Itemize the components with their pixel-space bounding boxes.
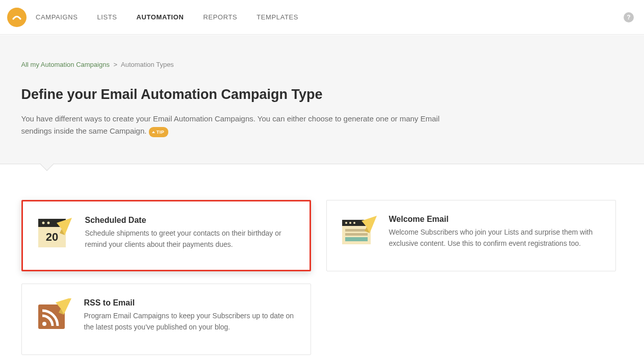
card-rss-to-email[interactable]: RSS to Email Program Email Campaigns to … <box>21 284 311 355</box>
tip-button[interactable]: TIP <box>149 127 169 137</box>
nav-reports[interactable]: REPORTS <box>203 13 237 21</box>
nav-automation[interactable]: AUTOMATION <box>137 13 184 21</box>
help-icon[interactable]: ? <box>624 12 634 22</box>
chevron-up-icon <box>152 131 155 133</box>
svg-point-9 <box>349 222 351 224</box>
page-description: You have different ways to create your E… <box>21 113 445 137</box>
breadcrumb-current: Automation Types <box>121 61 174 68</box>
hero-section: All my Automation Campaigns > Automation… <box>0 35 644 164</box>
logo-icon <box>11 12 22 23</box>
svg-rect-14 <box>345 237 368 241</box>
card-scheduled-date[interactable]: 20 Scheduled Date Schedule shipments to … <box>21 200 311 271</box>
browser-plane-icon <box>339 215 378 257</box>
svg-rect-13 <box>345 233 368 236</box>
breadcrumb-separator: > <box>114 61 118 68</box>
svg-point-10 <box>353 222 355 224</box>
cards-section: 20 Scheduled Date Schedule shipments to … <box>21 164 623 355</box>
svg-point-18 <box>42 322 46 326</box>
svg-point-1 <box>42 222 44 224</box>
card-description: Program Email Campaigns to keep your Sub… <box>84 311 297 333</box>
nav-lists[interactable]: LISTS <box>97 13 117 21</box>
card-title: RSS to Email <box>84 298 297 308</box>
svg-rect-12 <box>345 229 368 232</box>
app-logo[interactable] <box>7 8 27 27</box>
nav-templates[interactable]: TEMPLATES <box>256 13 298 21</box>
rss-plane-icon <box>34 298 73 340</box>
nav-links: CAMPAIGNS LISTS AUTOMATION REPORTS TEMPL… <box>36 13 298 21</box>
card-description: Schedule shipments to greet your contact… <box>85 228 296 250</box>
breadcrumb-link[interactable]: All my Automation Campaigns <box>21 61 110 68</box>
svg-text:20: 20 <box>45 231 58 243</box>
calendar-plane-icon: 20 <box>35 216 74 256</box>
page-title: Define your Email Automation Campaign Ty… <box>21 87 623 103</box>
card-title: Welcome Email <box>389 215 602 224</box>
card-title: Scheduled Date <box>85 216 296 225</box>
tip-label: TIP <box>157 129 165 136</box>
svg-point-8 <box>345 222 347 224</box>
svg-point-2 <box>47 222 49 224</box>
top-nav: CAMPAIGNS LISTS AUTOMATION REPORTS TEMPL… <box>0 0 644 35</box>
nav-campaigns[interactable]: CAMPAIGNS <box>36 13 78 21</box>
page-description-text: You have different ways to create your E… <box>21 114 440 135</box>
card-welcome-email[interactable]: Welcome Email Welcome Subscribers who jo… <box>326 200 616 271</box>
breadcrumb: All my Automation Campaigns > Automation… <box>21 61 623 68</box>
card-description: Welcome Subscribers who join your Lists … <box>389 227 602 249</box>
